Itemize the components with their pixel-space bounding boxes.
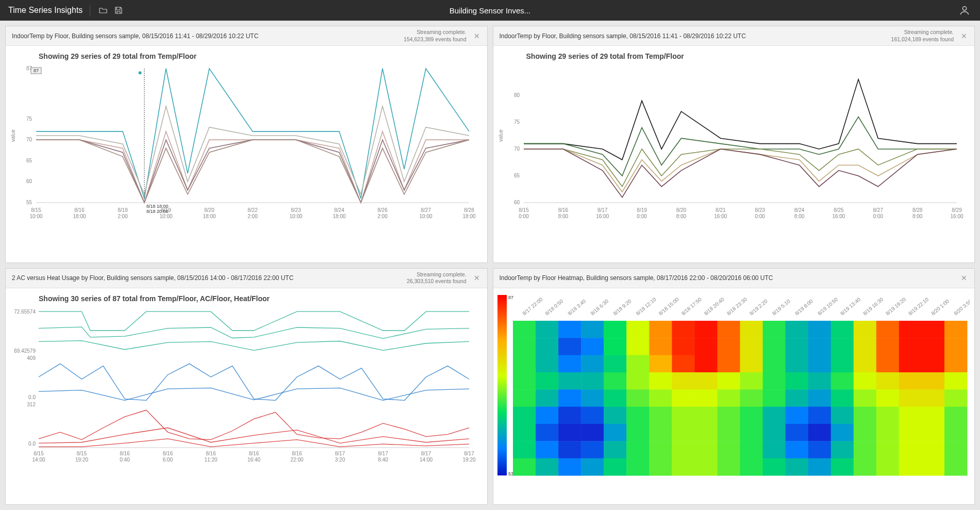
svg-text:2:00: 2:00 [118,213,128,219]
svg-text:70: 70 [513,146,520,152]
svg-text:8/20 1:00: 8/20 1:00 [930,298,950,317]
svg-rect-286 [649,458,672,475]
save-icon[interactable] [113,5,124,16]
svg-text:18:00: 18:00 [462,213,475,219]
svg-rect-288 [694,458,718,475]
svg-rect-190 [740,372,763,390]
svg-text:8/24: 8/24 [334,207,344,213]
svg-text:8/19 13:40: 8/19 13:40 [839,296,861,316]
svg-rect-223 [581,406,604,424]
svg-rect-139 [944,321,967,338]
svg-rect-296 [876,458,899,475]
line-chart-2[interactable]: 6065707580value8/150:008/168:008/1716:00… [495,63,965,223]
svg-rect-239 [944,406,967,424]
svg-text:8/29: 8/29 [952,207,962,213]
panel-header: IndoorTemp by Floor Heatmap, Building se… [493,269,975,288]
line-chart-1[interactable]: 556065707587value8/1510:008/1618:008/182… [8,63,477,223]
panel-title: 2 AC versus Heat Usage by Floor, Buildin… [12,274,293,282]
svg-text:8/18 0:50: 8/18 0:50 [544,298,564,317]
svg-text:8/28: 8/28 [912,207,922,213]
svg-rect-170 [740,355,763,372]
status-line: Streaming complete. [891,29,954,36]
svg-text:70: 70 [26,137,32,142]
svg-text:8/18 18:00: 8/18 18:00 [146,204,169,209]
panel-header: 2 AC versus Heat Usage by Floor, Buildin… [6,269,487,288]
svg-text:8/20: 8/20 [676,207,686,213]
multi-band-chart[interactable]: 8/1514:008/1519:208/160:408/166:008/1611… [8,306,477,466]
panel-header: IndoorTemp by Floor, Building sensors sa… [493,26,975,46]
close-icon[interactable]: ✕ [473,32,481,40]
svg-text:8/17: 8/17 [335,451,345,456]
svg-text:8/26: 8/26 [377,207,388,213]
svg-rect-186 [649,372,672,390]
svg-text:8/16: 8/16 [120,451,130,456]
svg-rect-212 [785,389,808,407]
svg-text:8:00: 8:00 [794,213,804,219]
svg-text:16:00: 16:00 [950,213,963,219]
svg-rect-166 [649,355,672,372]
svg-rect-124 [604,321,627,338]
svg-rect-153 [808,338,831,355]
svg-rect-215 [853,389,876,407]
svg-rect-218 [921,389,944,407]
svg-text:69.42579: 69.42579 [14,348,36,354]
svg-rect-194 [830,372,854,390]
svg-rect-185 [626,372,650,390]
panel-status: Streaming complete. 26,303,510 events fo… [407,271,467,285]
svg-text:8/16: 8/16 [206,451,216,456]
svg-text:0:00: 0:00 [755,213,765,219]
svg-rect-97 [497,295,507,475]
svg-rect-183 [581,372,604,390]
close-icon[interactable]: ✕ [473,274,481,282]
svg-text:2:00: 2:00 [377,213,388,219]
svg-rect-132 [785,321,808,338]
svg-rect-199 [944,372,967,390]
svg-rect-273 [808,441,831,458]
close-icon[interactable]: ✕ [960,274,968,282]
svg-rect-254 [830,424,854,441]
svg-text:8/22: 8/22 [247,207,258,213]
svg-text:8/23: 8/23 [755,207,765,213]
titlebar: Time Series Insights Building Sensor Inv… [0,0,980,21]
svg-text:8/17: 8/17 [597,207,607,213]
open-icon[interactable] [97,5,109,16]
svg-text:18:00: 18:00 [333,213,345,219]
svg-rect-263 [581,441,604,458]
svg-rect-247 [672,424,695,441]
svg-rect-293 [808,458,831,475]
svg-rect-219 [944,389,967,407]
svg-rect-292 [785,458,808,475]
svg-text:8/18 20:00: 8/18 20:00 [146,209,169,214]
svg-text:8/19: 8/19 [637,207,647,213]
svg-rect-203 [581,389,604,407]
svg-rect-299 [944,458,967,475]
svg-rect-123 [581,321,604,338]
svg-rect-175 [853,355,876,372]
svg-rect-234 [830,406,854,424]
svg-rect-165 [626,355,650,372]
svg-text:65: 65 [26,158,32,163]
svg-rect-127 [672,321,695,338]
svg-rect-137 [899,321,922,338]
svg-rect-257 [899,424,922,441]
heatmap-chart[interactable]: 87538/17 22:008/18 0:508/18 3:408/18 6:3… [495,292,970,478]
svg-rect-172 [785,355,808,372]
svg-point-0 [962,7,966,10]
svg-rect-228 [694,406,718,424]
svg-rect-246 [649,424,672,441]
svg-text:87: 87 [34,68,39,73]
svg-text:19:20: 19:20 [462,457,475,463]
svg-rect-221 [536,406,559,424]
svg-rect-244 [604,424,627,441]
close-icon[interactable]: ✕ [960,32,968,40]
user-icon[interactable] [957,3,972,18]
svg-rect-267 [672,441,695,458]
svg-text:409: 409 [27,355,36,361]
svg-text:8/17: 8/17 [464,451,474,456]
svg-text:16:40: 16:40 [247,457,260,463]
svg-rect-204 [604,389,627,407]
svg-rect-281 [536,458,559,475]
svg-text:65: 65 [513,173,520,178]
svg-text:8/19 19:20: 8/19 19:20 [885,296,907,316]
svg-rect-159 [944,338,967,355]
